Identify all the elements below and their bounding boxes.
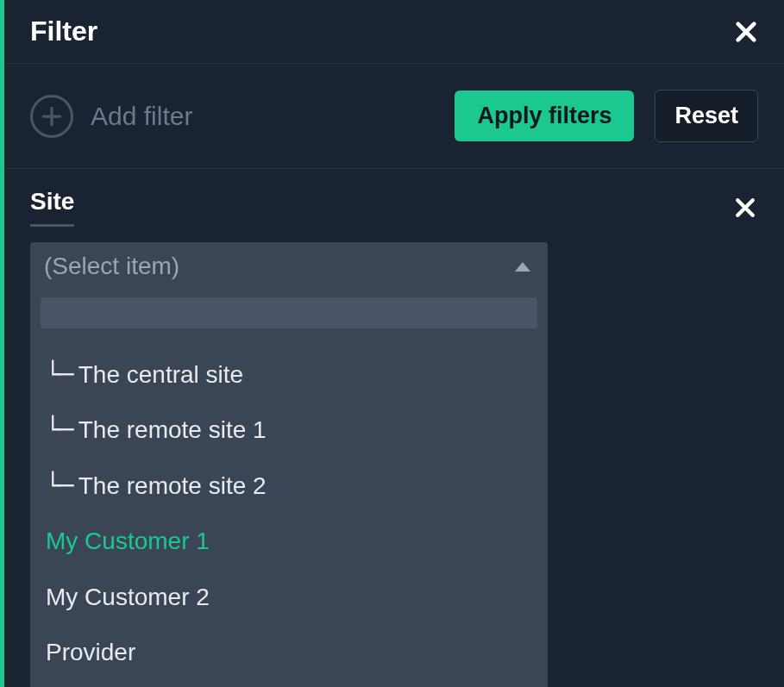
- filter-panel: Filter Add filter Apply filters Reset Si…: [0, 0, 784, 687]
- dropdown-search-wrap: [30, 290, 548, 339]
- dropdown-option-label: My Customer 1: [46, 528, 210, 554]
- apply-filters-button[interactable]: Apply filters: [455, 91, 634, 141]
- tree-branch-icon: └─: [46, 415, 73, 446]
- plus-circle-icon: [30, 95, 73, 138]
- add-filter-label: Add filter: [91, 102, 192, 131]
- filter-toolbar: Add filter Apply filters Reset: [4, 64, 784, 169]
- dropdown-search-input[interactable]: [41, 297, 537, 328]
- remove-filter-button[interactable]: [732, 195, 758, 221]
- close-icon: [732, 18, 760, 46]
- dropdown-option[interactable]: └─ The remote site 1: [30, 403, 548, 458]
- dropdown-option[interactable]: └─ The remote site 2: [30, 459, 548, 514]
- close-panel-button[interactable]: [732, 18, 760, 46]
- dropdown-option-label: Provider: [46, 639, 135, 665]
- close-icon: [732, 195, 758, 221]
- dropdown-list: └─ The central site└─ The remote site 1└…: [30, 339, 548, 687]
- caret-up-icon: [515, 262, 530, 272]
- filter-header: Site: [30, 188, 758, 227]
- panel-header: Filter: [4, 0, 784, 64]
- reset-button[interactable]: Reset: [655, 90, 758, 142]
- dropdown-option[interactable]: My Customer 1: [30, 514, 548, 569]
- dropdown-toggle[interactable]: (Select item): [30, 242, 548, 290]
- dropdown-option[interactable]: └─ The central site: [30, 347, 548, 403]
- site-dropdown: (Select item) └─ The central site└─ The …: [30, 242, 548, 687]
- dropdown-option-label: The central site: [78, 361, 243, 388]
- tree-branch-icon: └─: [46, 471, 73, 502]
- add-filter-button[interactable]: Add filter: [30, 95, 455, 138]
- tree-branch-icon: └─: [46, 359, 73, 390]
- dropdown-option[interactable]: My Customer 2: [30, 570, 548, 625]
- filter-section: Site (Select item) └─ The central site└─…: [4, 169, 784, 687]
- dropdown-option-label: My Customer 2: [46, 584, 210, 610]
- panel-title: Filter: [30, 16, 97, 47]
- dropdown-placeholder: (Select item): [44, 253, 179, 280]
- dropdown-option-label: The remote site 2: [78, 472, 267, 499]
- filter-field-label: Site: [30, 188, 74, 227]
- dropdown-option-label: The remote site 1: [78, 416, 267, 443]
- dropdown-option[interactable]: Provider: [30, 625, 548, 680]
